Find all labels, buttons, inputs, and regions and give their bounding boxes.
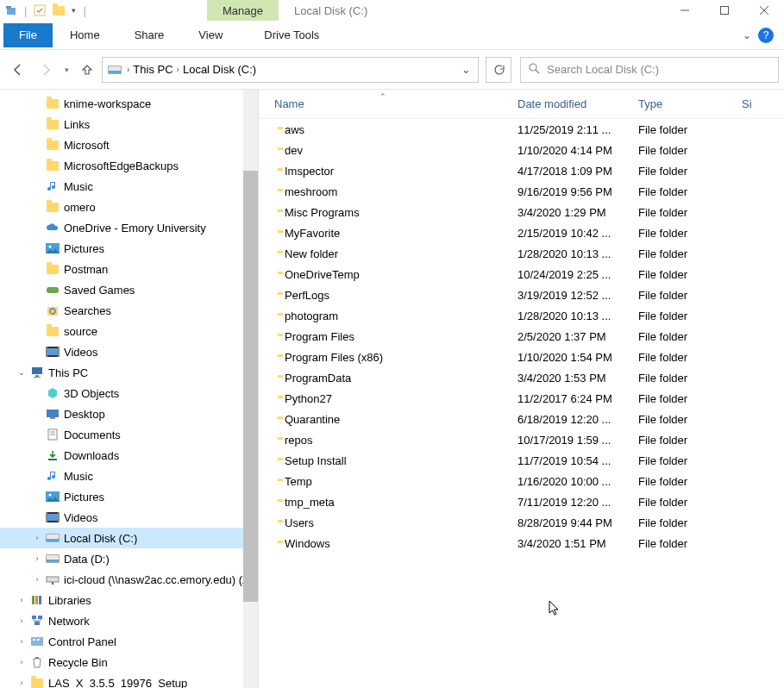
tree-node[interactable]: ⌄This PC [0, 362, 258, 383]
file-row[interactable]: Windows3/4/2020 1:51 PMFile folder [259, 533, 784, 554]
svg-rect-17 [58, 347, 60, 357]
tree-node[interactable]: Links [0, 114, 258, 134]
svg-rect-33 [47, 577, 59, 582]
tree-node[interactable]: Videos [0, 341, 258, 362]
close-button[interactable] [744, 0, 784, 21]
properties-icon[interactable] [34, 4, 46, 16]
tree-node[interactable]: MicrosoftEdgeBackups [0, 155, 258, 176]
file-row[interactable]: PerfLogs3/19/2019 12:52 ...File folder [259, 285, 784, 305]
file-date: 4/17/2018 1:09 PM [517, 165, 638, 178]
tree-node[interactable]: Searches [0, 300, 258, 321]
file-row[interactable]: Program Files (x86)1/10/2020 1:54 PMFile… [259, 347, 784, 367]
folder-icon [45, 199, 60, 215]
tree-node[interactable]: knime-workspace [0, 93, 258, 114]
tree-node[interactable]: ›Network [0, 610, 258, 631]
expand-icon[interactable]: › [17, 658, 26, 666]
file-row[interactable]: dev1/10/2020 4:14 PMFile folder [259, 140, 784, 160]
tree-node[interactable]: ›Control Panel [0, 631, 258, 652]
file-row[interactable]: Python2711/2/2017 6:24 PMFile folder [259, 388, 784, 409]
expand-icon[interactable]: › [33, 554, 41, 563]
scrollbar-thumb[interactable] [243, 171, 258, 602]
nav-tree[interactable]: knime-workspaceLinksMicrosoftMicrosoftEd… [0, 90, 259, 688]
tree-node[interactable]: ›ici-cloud (\\nasw2ac.cc.emory.edu) (Z [0, 569, 258, 590]
file-row[interactable]: ProgramData3/4/2020 1:53 PMFile folder [259, 367, 784, 388]
file-row[interactable]: aws11/25/2019 2:11 ...File folder [259, 119, 784, 140]
col-header-type[interactable]: Type [638, 97, 742, 110]
file-row[interactable]: Quarantine6/18/2019 12:20 ...File folder [259, 409, 784, 429]
file-row[interactable]: Setup Install11/7/2019 10:54 ...File fol… [259, 450, 784, 471]
file-row[interactable]: tmp_meta7/11/2019 12:20 ...File folder [259, 491, 784, 512]
tree-node[interactable]: ›Local Disk (C:) [0, 528, 258, 548]
tree-node[interactable]: omero [0, 197, 258, 217]
recent-dropdown[interactable]: ▾ [60, 57, 72, 83]
tree-node[interactable]: ›LAS_X_3.5.5_19976_Setup [0, 672, 258, 688]
file-row[interactable]: Users8/28/2019 9:44 PMFile folder [259, 512, 784, 533]
view-tab[interactable]: View [181, 23, 240, 47]
expand-icon[interactable]: › [17, 596, 26, 604]
search-input[interactable]: Search Local Disk (C:) [520, 57, 779, 83]
maximize-button[interactable] [705, 0, 744, 21]
file-row[interactable]: meshroom9/16/2019 9:56 PMFile folder [259, 181, 784, 202]
expand-icon[interactable]: › [33, 575, 41, 584]
file-row[interactable]: photogram1/28/2020 10:13 ...File folder [259, 305, 784, 326]
file-row[interactable]: Imspector4/17/2018 1:09 PMFile folder [259, 160, 784, 181]
svg-rect-26 [48, 459, 57, 460]
file-date: 6/18/2019 12:20 ... [517, 413, 638, 426]
tree-node[interactable]: Videos [0, 507, 258, 528]
tree-node[interactable]: ›Data (D:) [0, 548, 258, 569]
col-header-name[interactable]: Name⌃ [259, 97, 517, 110]
tree-node[interactable]: Saved Games [0, 279, 258, 300]
col-header-date[interactable]: Date modified [517, 97, 638, 110]
tree-node[interactable]: Music [0, 466, 258, 486]
tree-node[interactable]: Downloads [0, 445, 258, 466]
tree-node[interactable]: Documents [0, 424, 258, 445]
up-button[interactable] [74, 57, 100, 83]
col-header-size[interactable]: Si [742, 97, 776, 110]
back-button[interactable] [5, 57, 31, 83]
file-list[interactable]: Name⌃ Date modified Type Si aws11/25/201… [259, 90, 784, 688]
tree-node[interactable]: 3D Objects [0, 383, 258, 403]
forward-button[interactable] [33, 57, 59, 83]
file-row[interactable]: Program Files2/5/2020 1:37 PMFile folder [259, 326, 784, 347]
tree-node[interactable]: Desktop [0, 403, 258, 424]
address-dropdown-icon[interactable]: ⌄ [458, 63, 474, 76]
share-tab[interactable]: Share [117, 23, 182, 47]
help-icon[interactable]: ? [758, 28, 774, 43]
expand-icon[interactable]: ⌄ [17, 368, 26, 377]
expand-icon[interactable]: › [17, 637, 26, 646]
tree-node[interactable]: Pictures [0, 238, 258, 259]
minimize-button[interactable] [665, 0, 705, 21]
tree-scrollbar[interactable] [243, 90, 258, 688]
home-tab[interactable]: Home [53, 23, 117, 47]
file-row[interactable]: OneDriveTemp10/24/2019 2:25 ...File fold… [259, 264, 784, 285]
manage-tab[interactable]: Manage [207, 0, 279, 21]
address-bar[interactable]: › This PC › Local Disk (C:) ⌄ [102, 57, 479, 83]
tree-node[interactable]: Microsoft [0, 134, 258, 155]
file-row[interactable]: repos10/17/2019 1:59 ...File folder [259, 429, 784, 450]
file-row[interactable]: Temp1/16/2020 10:00 ...File folder [259, 471, 784, 491]
tree-node[interactable]: Music [0, 176, 258, 197]
tree-node-label: omero [64, 201, 96, 214]
tree-node[interactable]: OneDrive - Emory University [0, 217, 258, 238]
chevron-down-icon[interactable]: ⌄ [743, 29, 751, 41]
file-row[interactable]: New folder1/28/2020 10:13 ...File folder [259, 243, 784, 264]
folder-icon[interactable] [53, 4, 65, 16]
tree-node[interactable]: ›Recycle Bin [0, 652, 258, 672]
qat-dropdown-icon[interactable]: ▾ [72, 6, 76, 15]
crumb-local-disk[interactable]: Local Disk (C:) [179, 63, 260, 76]
expand-icon[interactable]: › [17, 679, 26, 687]
expand-icon[interactable]: › [33, 534, 41, 542]
tree-node[interactable]: Pictures [0, 486, 258, 507]
file-row[interactable]: Misc Programs3/4/2020 1:29 PMFile folder [259, 202, 784, 222]
expand-icon[interactable]: › [17, 616, 26, 625]
tree-node[interactable]: ›Libraries [0, 590, 258, 610]
refresh-button[interactable] [486, 57, 511, 83]
tree-node[interactable]: Postman [0, 259, 258, 279]
svg-rect-36 [35, 596, 38, 604]
file-tab[interactable]: File [3, 23, 53, 47]
file-row[interactable]: MyFavorite2/15/2019 10:42 ...File folder [259, 222, 784, 243]
drive-tools-tab[interactable]: Drive Tools [254, 28, 329, 41]
file-type: File folder [638, 434, 742, 447]
crumb-this-pc[interactable]: This PC [129, 63, 176, 76]
tree-node[interactable]: source [0, 321, 258, 341]
